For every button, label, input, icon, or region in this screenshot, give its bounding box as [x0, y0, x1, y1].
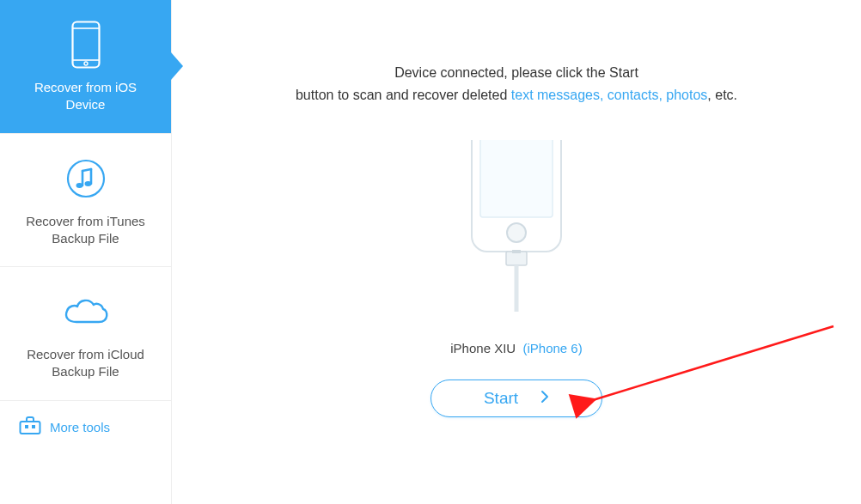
instruction-line2: button to scan and recover deleted text … [172, 84, 861, 106]
device-model: (iPhone 6) [523, 341, 583, 355]
svg-rect-15 [515, 265, 519, 312]
sidebar-item-label: More tools [50, 420, 110, 434]
sidebar: Recover from iOS Device Recover from iTu… [0, 0, 172, 504]
instruction-line1: Device connected, please click the Start [172, 62, 861, 84]
svg-rect-9 [32, 425, 35, 428]
svg-point-5 [76, 183, 82, 188]
svg-rect-8 [25, 425, 28, 428]
svg-rect-7 [21, 422, 40, 434]
svg-point-12 [507, 223, 526, 242]
svg-rect-13 [506, 252, 527, 265]
sidebar-item-more-tools[interactable]: More tools [0, 401, 171, 454]
sidebar-item-label: Recover from iCloud Backup File [14, 346, 157, 381]
sidebar-item-itunes-backup[interactable]: Recover from iTunes Backup File [0, 134, 171, 268]
music-note-icon [65, 155, 107, 203]
sidebar-item-label: Recover from iOS Device [14, 79, 157, 114]
sidebar-item-icloud-backup[interactable]: Recover from iCloud Backup File [0, 267, 171, 401]
toolbox-icon [19, 416, 41, 439]
svg-point-4 [68, 161, 104, 197]
sidebar-item-label: Recover from iTunes Backup File [14, 213, 157, 248]
instruction-text: Device connected, please click the Start… [172, 62, 861, 106]
recoverable-types-link[interactable]: text messages, contacts, photos [511, 88, 708, 102]
device-name: iPhone XIU [450, 341, 516, 355]
app-root: Recover from iOS Device Recover from iTu… [0, 0, 861, 504]
device-illustration [172, 140, 861, 312]
svg-point-6 [84, 181, 91, 186]
svg-rect-11 [480, 140, 553, 217]
chevron-right-icon [540, 390, 549, 408]
cloud-icon [61, 288, 111, 336]
start-button[interactable]: Start [430, 380, 602, 417]
sidebar-item-ios-device[interactable]: Recover from iOS Device [0, 0, 171, 134]
main-panel: Device connected, please click the Start… [172, 0, 861, 504]
device-label: iPhone XIU (iPhone 6) [172, 341, 861, 355]
start-button-label: Start [484, 389, 518, 408]
svg-point-3 [84, 62, 88, 65]
svg-rect-14 [512, 250, 521, 253]
phone-icon [71, 21, 101, 69]
